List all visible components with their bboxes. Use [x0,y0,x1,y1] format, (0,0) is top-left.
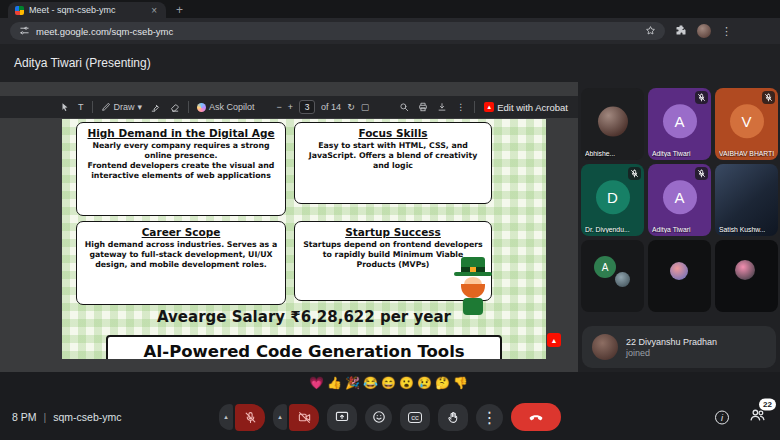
participant-name: Satish Kushw... [719,226,765,233]
participant-tile[interactable]: D Dr. Divyendu... [581,164,644,236]
bookmark-star-icon[interactable] [645,25,656,38]
shared-screen: T Draw ▾ Ask Copilot − + 3 [0,82,578,372]
url-text: meet.google.com/sqm-cseb-ymc [36,26,639,37]
captions-button[interactable]: cc [400,404,430,431]
slide-box-title: Focus Skills [302,127,484,139]
present-button[interactable] [327,404,357,431]
mute-button[interactable] [235,404,265,431]
participant-tile[interactable]: Abhishe... [581,88,644,160]
slide-box-body: Nearly every company requires a strong o… [84,141,278,161]
meeting-code: sqm-cseb-ymc [53,411,121,423]
raise-hand-button[interactable] [438,404,468,431]
close-tab-icon[interactable]: × [149,5,159,16]
copilot-icon [197,103,206,112]
bottom-area: 💗👍🎉😂😄😮😢🤔👎 8 PM | sqm-cseb-ymc ▴ ▴ [0,372,780,440]
reactions-bar: 💗👍🎉😂😄😮😢🤔👎 [0,372,780,394]
profile-avatar[interactable] [697,24,711,38]
avatar [735,260,755,280]
participant-tile-video[interactable]: Satish Kushw... [715,164,778,236]
presenting-bar: Aditya Tiwari (Presenting) [0,44,780,82]
participant-name: Abhishe... [585,150,615,157]
highlighter-icon[interactable] [150,102,161,113]
toolbar-divider [92,101,93,113]
ask-copilot-button[interactable]: Ask Copilot [197,102,255,112]
more-options-button[interactable]: ⋮ [476,404,503,431]
fit-page-icon[interactable]: ▢ [361,102,370,112]
participant-name: Dr. Divyendu... [585,226,630,233]
reaction-thumbs-down[interactable]: 👎 [453,376,471,390]
camera-off-button[interactable] [289,404,319,431]
slide-box-body: High demand across industries. Serves as… [84,240,278,270]
avatar [670,262,688,280]
zoom-out-button[interactable]: − [277,102,282,112]
meeting-info: 8 PM | sqm-cseb-ymc [12,411,122,423]
participants-panel: Abhishe... A Aditya Tiwari V VAIBHAV BHA… [578,82,780,372]
slide-box-title: Career Scope [84,226,278,238]
reaction-smile[interactable]: 😄 [381,376,399,390]
reactions-button[interactable] [365,404,392,431]
joined-notification-toast: 22 Divyanshu Pradhan joined [582,326,776,368]
reaction-heart[interactable]: 💗 [309,376,327,390]
toolbar-divider [188,101,189,113]
meet-control-bar: 8 PM | sqm-cseb-ymc ▴ ▴ cc ⋮ [0,394,780,440]
slide-box-career-scope: Career Scope High demand across industri… [76,221,286,305]
chevron-down-icon: ▾ [138,102,143,112]
slide-bottom-banner: AI-Powered Code Generation Tools [106,335,502,359]
mic-options-button[interactable]: ▴ [219,404,233,430]
clock-label: 8 PM [12,411,37,423]
text-select-tool-icon[interactable]: T [78,102,84,112]
browser-menu-icon[interactable]: ⋮ [721,25,732,38]
participant-tile[interactable]: A [581,240,644,312]
new-tab-button[interactable]: + [176,2,183,18]
zoom-in-button[interactable]: + [288,102,293,112]
reaction-party[interactable]: 🎉 [345,376,363,390]
avatar: A [663,180,697,214]
participant-name: VAIBHAV BHARTI [719,150,774,157]
separator: | [44,411,47,423]
camera-options-button[interactable]: ▴ [273,404,287,430]
pdf-toolbar: T Draw ▾ Ask Copilot − + 3 [0,96,578,118]
reaction-thumbs-up[interactable]: 👍 [327,376,345,390]
avatar: D [596,180,630,214]
zoom-page-group: − + 3 of 14 ↻ ▢ [277,100,370,114]
browser-tab[interactable]: Meet - sqm-cseb-ymc × [8,2,166,18]
participant-tile[interactable] [715,240,778,312]
print-icon[interactable] [418,102,428,112]
reaction-surprised[interactable]: 😮 [399,376,417,390]
google-meet-window: Meet - sqm-cseb-ymc × + meet.google.com/… [0,0,780,440]
edit-with-acrobat-button[interactable]: ▲ Edit with Acrobat [484,102,568,113]
acrobat-icon: ▲ [484,102,494,112]
reaction-laugh[interactable]: 😂 [363,376,381,390]
avatar: V [730,104,764,138]
participant-tile[interactable] [648,240,711,312]
extensions-icon[interactable] [675,22,687,40]
site-info-icon[interactable] [19,25,30,38]
mic-off-icon [628,167,641,180]
rotate-icon[interactable]: ↻ [347,102,355,112]
participant-tile[interactable]: V VAIBHAV BHARTI [715,88,778,160]
search-icon[interactable] [399,102,409,112]
select-tool-icon[interactable] [60,102,70,112]
draw-tool-button[interactable]: Draw ▾ [101,102,143,112]
page-number-input[interactable]: 3 [299,100,315,114]
acrobat-floating-icon[interactable]: ▲ [547,333,561,347]
toolbar-divider [474,101,475,113]
download-icon[interactable] [437,102,447,112]
participant-name: Aditya Tiwari [652,150,691,157]
participant-tile[interactable]: A Aditya Tiwari [648,88,711,160]
eraser-icon[interactable] [169,102,180,113]
slide-box-high-demand: High Demand in the Digital Age Nearly ev… [76,122,286,216]
avatar [598,107,628,137]
tab-title: Meet - sqm-cseb-ymc [29,5,144,15]
reaction-cry[interactable]: 😢 [417,376,435,390]
more-options-icon[interactable]: ⋮ [456,102,465,112]
participant-tile[interactable]: A Aditya Tiwari [648,164,711,236]
call-controls: ▴ ▴ cc ⋮ [219,403,561,431]
url-bar[interactable]: meet.google.com/sqm-cseb-ymc [10,22,665,40]
people-button[interactable]: 22 [749,407,766,428]
presenting-text: Aditya Tiwari (Presenting) [14,56,151,70]
end-call-button[interactable] [511,403,561,431]
reaction-thinking[interactable]: 🤔 [435,376,453,390]
info-icon[interactable]: i [715,410,729,424]
avatar: A [594,256,616,278]
